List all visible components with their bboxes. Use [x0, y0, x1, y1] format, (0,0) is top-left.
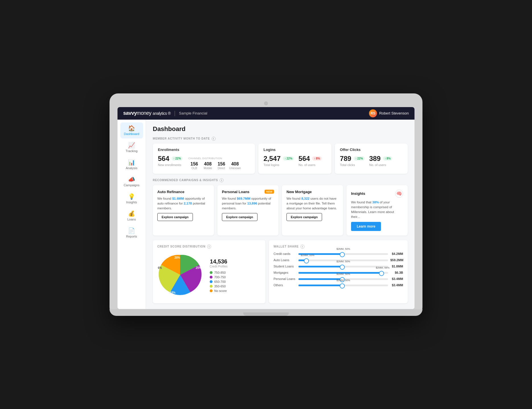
- wallet-label-2: Student Loans: [273, 265, 296, 268]
- wallet-bar-fill-2: [298, 266, 343, 267]
- stats-row: Enrollments 564 ↑ 22% New enrollments CH: [153, 144, 408, 174]
- enrollments-sub: New enrollments: [158, 163, 183, 167]
- insights-card: Insights 🧠 We found that 38% of your mem…: [347, 185, 408, 236]
- avatar: RS: [369, 109, 377, 117]
- logins-total-sub: Total logins: [263, 163, 294, 167]
- home-icon: 🏠: [128, 125, 135, 131]
- campaigns-info-icon[interactable]: i: [220, 178, 224, 182]
- sidebar-label-loans: Loans: [127, 218, 136, 221]
- sidebar-item-loans[interactable]: 💰 Loans: [120, 208, 143, 224]
- pie-total: 14,536 Credit Profiles: [210, 258, 228, 268]
- sidebar-item-dashboard[interactable]: 🏠 Dashboard: [120, 122, 143, 138]
- wallet-label-1: Auto Loans: [273, 258, 296, 262]
- user-name: Robert Stevenson: [379, 111, 409, 115]
- offer-clicks-card: Offer Clicks 789 ↑ 22% Total clicks: [335, 144, 408, 174]
- insights-text: We found that 38% of your membership is …: [351, 200, 403, 220]
- offer-users-row: 389 ↑ 8%: [369, 155, 393, 163]
- wallet-tooltip-4: $1MM, 50%: [337, 273, 350, 275]
- wallet-label-5: Others: [273, 283, 296, 287]
- logins-users-value: 564: [298, 155, 310, 163]
- logins-card: Logins 2,547 ↑ 22% Total logins: [258, 144, 331, 174]
- sidebar: 🏠 Dashboard 📈 Tracking 📊 Analysis 📣 Camp…: [117, 120, 146, 309]
- pct-label-25: 25%: [196, 266, 201, 269]
- offer-total-row: 789 ↑ 22%: [340, 155, 365, 163]
- wallet-bar-fill-5: [298, 285, 343, 286]
- app-header: savvymoney analytics ® | Sample Financia…: [117, 107, 415, 120]
- channel-grid: 156 OLB 408 Mobile 156 D: [188, 161, 241, 170]
- auto-refinance-title: Auto Refinance: [157, 190, 184, 194]
- offer-clicks-title: Offer Clicks: [340, 148, 403, 152]
- wallet-tooltip-1: $1MM, 10%: [301, 254, 314, 257]
- wallet-bar-bg-5: [298, 285, 388, 286]
- analysis-icon: 📊: [128, 159, 135, 165]
- legend-dot-purple: [210, 276, 213, 279]
- campaigns-row: Auto Refinance We found $1.6MM opportuni…: [153, 185, 408, 236]
- legend-dot-blue: [210, 280, 213, 283]
- auto-refinance-text: We found $1.6MM opportunity of auto refi…: [157, 196, 209, 211]
- legend-700-750: 700-750: [210, 275, 228, 279]
- logo-suffix: analytics ®: [153, 111, 171, 116]
- loans-icon: 💰: [128, 211, 135, 216]
- new-mortgage-title: New Mortgage: [286, 190, 312, 194]
- offer-users-group: 389 ↑ 8% No. of users: [369, 155, 393, 167]
- pie-total-value: 14,536: [210, 258, 228, 265]
- offer-users-value: 389: [369, 155, 381, 163]
- logins-total-value: 2,547: [263, 155, 281, 163]
- offer-users-sub: No. of users: [369, 163, 393, 167]
- sidebar-item-tracking[interactable]: 📈 Tracking: [120, 140, 143, 156]
- laptop-camera: [264, 101, 268, 105]
- org-name: Sample Financial: [179, 111, 207, 115]
- wallet-label-3: Mortgages: [273, 271, 296, 274]
- logins-total-row: 2,547 ↑ 22%: [263, 155, 294, 163]
- channel-dist: CHANNEL DISTRIBUTION 156 OLB 408 Mobile: [188, 157, 241, 170]
- logins-total-badge: ↑ 22%: [283, 156, 294, 161]
- new-mortgage-card: New Mortgage We found 8,322 users do not…: [282, 185, 343, 236]
- enrollments-badge: ↑ 22%: [172, 156, 183, 161]
- auto-refinance-explore-button[interactable]: Explore campaign: [157, 213, 193, 221]
- wallet-bar-fill-1: [298, 259, 307, 261]
- sidebar-item-insights[interactable]: 💡 Insights: [120, 191, 143, 207]
- insights-icon: 💡: [128, 194, 135, 199]
- credit-score-card: CREDIT SCORE DISTRIBUTION i: [153, 240, 265, 303]
- wallet-tooltip-3: $2MM, 94%: [376, 266, 389, 269]
- legend-no-score: No score: [210, 289, 228, 293]
- new-badge: NEW: [265, 190, 274, 194]
- learn-more-button[interactable]: Learn more: [351, 222, 381, 231]
- personal-loans-explore-button[interactable]: Explore campaign: [222, 213, 257, 221]
- personal-loans-text: We found $69.7MM opportunity of personal…: [222, 196, 274, 211]
- wallet-amount-5: $3.4MM: [390, 283, 403, 287]
- new-mortgage-header: New Mortgage: [286, 190, 339, 194]
- enrollments-title: Enrollments: [158, 148, 250, 152]
- sidebar-item-analysis[interactable]: 📊 Analysis: [120, 157, 143, 173]
- member-activity-info-icon[interactable]: i: [212, 137, 216, 141]
- logo: savvymoney analytics ®: [123, 110, 171, 116]
- user-info[interactable]: RS Robert Stevenson: [369, 109, 409, 117]
- channel-unknown: 408 Unknown: [229, 161, 241, 170]
- credit-score-info-icon[interactable]: i: [207, 245, 211, 249]
- logins-users-row: 564 ↑ 8%: [298, 155, 322, 163]
- new-mortgage-explore-button[interactable]: Explore campaign: [286, 213, 322, 221]
- channel-mobile: 408 Mobile: [202, 161, 214, 170]
- pie-chart-container: 36% 25% 18% 6%: [157, 252, 203, 299]
- logins-users-badge: ↑ 8%: [312, 156, 321, 161]
- wallet-share-info-icon[interactable]: i: [300, 245, 304, 249]
- offer-total-sub: Total clicks: [340, 163, 365, 167]
- sidebar-item-campaigns[interactable]: 📣 Campaigns: [120, 174, 143, 190]
- insights-header: Insights 🧠: [351, 190, 403, 198]
- campaigns-icon: 📣: [128, 177, 135, 182]
- tracking-icon: 📈: [128, 142, 135, 148]
- wallet-bar-area-2: $2MM, 50%: [298, 265, 388, 267]
- laptop-frame: savvymoney analytics ® | Sample Financia…: [110, 93, 422, 316]
- wallet-row-5: Others $1MM, 50% $3.4MM: [273, 283, 403, 287]
- pct-label-18: 18%: [170, 291, 176, 294]
- personal-loans-header: Personal Loans NEW: [222, 190, 274, 194]
- campaigns-section-label: RECOMMENDED CAMPAIGNS & INSIGHTS i: [153, 178, 408, 182]
- pie-legend: 14,536 Credit Profiles 750-850 700-750: [210, 258, 228, 293]
- legend-750-850: 750-850: [210, 271, 228, 274]
- logins-title: Logins: [263, 148, 326, 152]
- wallet-tooltip-5: $1MM, 50%: [337, 279, 350, 282]
- wallet-bar-area-5: $1MM, 50%: [298, 284, 388, 286]
- new-mortgage-text: We found 8,322 users do not have a mortg…: [286, 196, 339, 211]
- offer-total-group: 789 ↑ 22% Total clicks: [340, 155, 365, 167]
- sidebar-item-reports[interactable]: 📄 Reports: [120, 225, 143, 241]
